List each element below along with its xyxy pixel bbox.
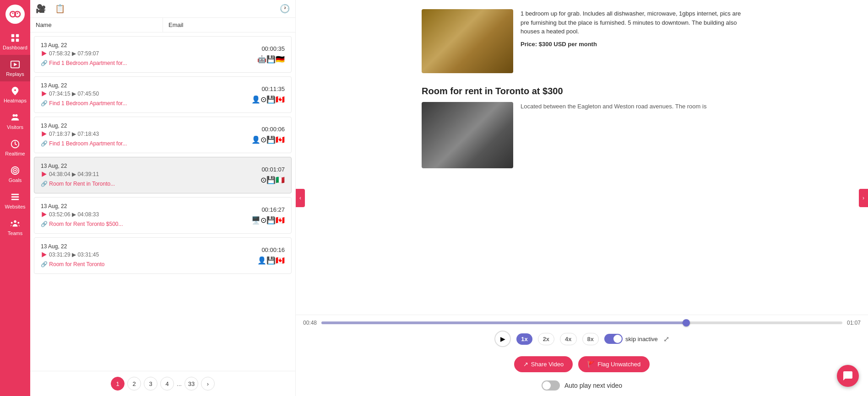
- sidebar-item-websites[interactable]: Websites: [0, 187, 30, 214]
- sidebar-label-dashboard: Dashboard: [3, 45, 27, 50]
- filter-icons-bar: 🎥 📋 🕐: [30, 0, 295, 18]
- replay-date: 13 Aug, 22: [41, 243, 252, 250]
- replay-link[interactable]: 🔗 Find 1 Bedroom Apartment for...: [41, 100, 127, 107]
- sidebar-item-replays[interactable]: Replays: [0, 55, 30, 81]
- replay-duration: 00:00:16: [261, 246, 285, 253]
- progress-track[interactable]: [321, 321, 842, 324]
- skip-inactive-toggle-container: skip inactive: [604, 334, 658, 344]
- sidebar-label-teams: Teams: [8, 230, 22, 236]
- speed-1x-button[interactable]: 1x: [516, 333, 532, 345]
- listing-image-1: [422, 9, 513, 73]
- svg-rect-17: [11, 196, 19, 198]
- progress-thumb[interactable]: [683, 319, 690, 326]
- replay-time-range: 07:58:32 ▶ 07:59:07: [41, 50, 252, 57]
- pagination-page-33[interactable]: 33: [184, 377, 198, 391]
- replay-time-text: 07:18:37 ▶ 07:18:43: [49, 131, 99, 137]
- replay-list: 13 Aug, 22 07:58:32 ▶ 07:59:07 🔗 Find 1 …: [30, 32, 295, 371]
- replay-time-range: 07:34:15 ▶ 07:45:50: [41, 91, 246, 97]
- replay-item[interactable]: 13 Aug, 22 03:31:29 ▶ 03:31:45 🔗 Room fo…: [34, 237, 292, 274]
- replay-item[interactable]: 13 Aug, 22 07:34:15 ▶ 07:45:50 🔗 Find 1 …: [34, 76, 292, 113]
- skip-inactive-toggle[interactable]: [604, 334, 623, 344]
- replay-time-range: 03:52:06 ▶ 04:08:33: [41, 211, 246, 218]
- sidebar-item-dashboard[interactable]: Dashboard: [0, 28, 30, 55]
- replay-item[interactable]: 13 Aug, 22 03:52:06 ▶ 04:08:33 🔗 Room fo…: [34, 197, 292, 234]
- auto-play-label: Auto play next video: [564, 382, 622, 389]
- pagination-page-1[interactable]: 1: [111, 377, 125, 391]
- sidebar-item-heatmaps[interactable]: Heatmaps: [0, 81, 30, 108]
- replay-item-right: 00:11:35 👤⊙💾🇨🇦: [251, 86, 285, 104]
- svg-marker-24: [42, 131, 47, 137]
- replay-link[interactable]: 🔗 Find 1 Bedroom Apartment for...: [41, 140, 127, 147]
- app-logo[interactable]: [5, 5, 25, 24]
- svg-point-20: [11, 222, 13, 224]
- share-icon: ↗: [523, 361, 528, 368]
- replay-duration: 00:11:35: [261, 86, 285, 92]
- replay-date: 13 Aug, 22: [41, 203, 246, 209]
- video-controls: 00:48 01:07 ▶ 1x 2x 4x 8x skip ina: [296, 315, 868, 352]
- sidebar-label-visitors: Visitors: [7, 124, 23, 130]
- replay-icons: 🖥️⊙💾🇨🇦: [251, 216, 285, 225]
- auto-play-toggle[interactable]: [542, 380, 560, 391]
- replay-duration: 00:00:06: [261, 126, 285, 133]
- replay-play-icon: [41, 50, 47, 57]
- sidebar-label-goals: Goals: [9, 177, 22, 183]
- camera-icon[interactable]: 🎥: [36, 4, 46, 14]
- listing-title: Room for rent in Toronto at $300: [422, 86, 742, 96]
- share-video-button[interactable]: ↗ Share Video: [514, 356, 573, 372]
- controls-row: ▶ 1x 2x 4x 8x skip inactive ⤢: [303, 331, 861, 347]
- replay-item-left: 13 Aug, 22 07:18:37 ▶ 07:18:43 🔗 Find 1 …: [41, 123, 246, 147]
- sidebar-item-goals[interactable]: Goals: [0, 161, 30, 187]
- sidebar-label-realtime: Realtime: [5, 151, 25, 156]
- filter-bar: Name Email: [30, 18, 295, 32]
- replay-item[interactable]: 13 Aug, 22 04:38:04 ▶ 04:39:11 🔗 Room fo…: [34, 157, 292, 193]
- replay-item[interactable]: 13 Aug, 22 07:18:37 ▶ 07:18:43 🔗 Find 1 …: [34, 117, 292, 153]
- listing-description-2: Located between the Eagleton and Weston …: [521, 102, 742, 111]
- svg-point-10: [13, 114, 16, 117]
- svg-marker-27: [42, 252, 47, 257]
- pagination-page-2[interactable]: 2: [127, 377, 141, 391]
- video-nav-right[interactable]: ›: [859, 189, 868, 207]
- replay-icons: 👤⊙💾🇨🇦: [251, 95, 285, 104]
- email-filter[interactable]: Email: [163, 18, 295, 32]
- svg-rect-5: [16, 34, 19, 37]
- svg-point-21: [18, 222, 20, 224]
- speed-2x-button[interactable]: 2x: [538, 333, 554, 345]
- svg-marker-9: [14, 63, 17, 66]
- clock-filter-icon[interactable]: 🕐: [280, 4, 290, 14]
- replay-link[interactable]: 🔗 Room for Rent Toronto: [41, 261, 105, 268]
- svg-rect-16: [11, 194, 19, 195]
- auto-play-thumb: [542, 381, 551, 390]
- sidebar-item-teams[interactable]: Teams: [0, 214, 30, 241]
- video-nav-left[interactable]: ‹: [296, 189, 305, 207]
- pagination-page-3[interactable]: 3: [144, 377, 157, 391]
- action-buttons: ↗ Share Video 🚩 Flag Unwatched: [296, 352, 868, 377]
- fullscreen-button[interactable]: ⤢: [663, 335, 669, 343]
- replay-link[interactable]: 🔗 Find 1 Bedroom Apartment for...: [41, 60, 127, 66]
- speed-8x-button[interactable]: 8x: [582, 333, 599, 345]
- svg-point-11: [15, 114, 18, 117]
- listing-image-2: [422, 102, 513, 168]
- play-button[interactable]: ▶: [494, 331, 511, 347]
- replay-link[interactable]: 🔗 Room for Rent Toronto $500...: [41, 221, 123, 227]
- speed-4x-button[interactable]: 4x: [560, 333, 576, 345]
- auto-play-row: Auto play next video: [296, 377, 868, 396]
- replay-item[interactable]: 13 Aug, 22 07:58:32 ▶ 07:59:07 🔗 Find 1 …: [34, 36, 292, 73]
- main-layout: 🎥 📋 🕐 Name Email 13 Aug, 22 07:58:32 ▶ 0…: [30, 0, 868, 396]
- pagination-page-4[interactable]: 4: [160, 377, 174, 391]
- replay-play-icon: [41, 131, 47, 137]
- replay-link[interactable]: 🔗 Room for Rent in Toronto...: [41, 181, 115, 187]
- svg-rect-4: [11, 34, 14, 37]
- sidebar-item-visitors[interactable]: Visitors: [0, 108, 30, 134]
- replay-icons: 👤💾🇨🇦: [257, 256, 285, 265]
- replay-item-right: 00:00:35 🤖💾🇩🇪: [257, 45, 285, 64]
- replay-item-right: 00:16:27 🖥️⊙💾🇨🇦: [251, 206, 285, 225]
- replay-time-text: 03:31:29 ▶ 03:31:45: [49, 252, 99, 258]
- copy-icon[interactable]: 📋: [55, 4, 65, 14]
- pagination-next[interactable]: ›: [201, 377, 215, 391]
- chat-bubble[interactable]: [837, 365, 859, 387]
- sidebar-item-realtime[interactable]: Realtime: [0, 134, 30, 161]
- sidebar-label-websites: Websites: [5, 204, 25, 209]
- name-filter[interactable]: Name: [30, 18, 163, 32]
- flag-unwatched-button[interactable]: 🚩 Flag Unwatched: [578, 356, 650, 372]
- replay-item-left: 13 Aug, 22 07:58:32 ▶ 07:59:07 🔗 Find 1 …: [41, 42, 252, 67]
